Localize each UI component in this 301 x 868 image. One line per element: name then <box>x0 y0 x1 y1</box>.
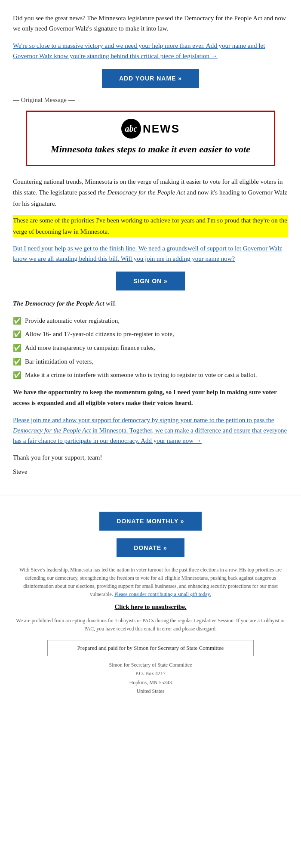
sign-on-button[interactable]: SIGN ON » <box>116 272 185 290</box>
address-line3: Hopkins, MN 55343 <box>13 678 288 687</box>
intro-link[interactable]: We're so close to a massive victory and … <box>13 40 288 61</box>
list-item-1-text: Provide automatic voter registration, <box>25 315 120 326</box>
abc-news-logo: abc NEWS <box>36 119 265 139</box>
add-name-button[interactable]: ADD YOUR NAME » <box>102 69 199 88</box>
signature-section: Thank you for your support, team! Steve <box>13 452 288 478</box>
address-line4: United States <box>13 687 288 695</box>
list-item-3-text: Add more transparency to campaign financ… <box>25 343 155 353</box>
body-para1-italic: the Democracy for the People Act <box>98 189 185 196</box>
news-word: NEWS <box>143 122 180 136</box>
list-item: ✅ Make it a crime to interfere with some… <box>13 370 288 381</box>
link3-italic: Democracy for the People Act <box>13 427 91 434</box>
donate-button[interactable]: DONATE » <box>117 538 184 557</box>
address-footer: Simon for Secretary of State Committee P… <box>13 661 288 696</box>
body-link3[interactable]: Please join me and show your support for… <box>13 415 288 446</box>
list-item: ✅ Provide automatic voter registration, <box>13 315 288 327</box>
address-line1: Simon for Secretary of State Committee <box>13 661 288 669</box>
list-item: ✅ Allow 16- and 17-year-old citizens to … <box>13 329 288 340</box>
check-icon-2: ✅ <box>13 329 22 340</box>
original-message-label: — Original Message — <box>13 96 288 104</box>
thanks-text: Thank you for your support, team! <box>13 452 288 463</box>
act-intro-italic: The Democracy for the People Act <box>13 300 104 307</box>
bold-paragraph: We have the opportunity to keep the mome… <box>13 387 288 409</box>
donate-monthly-button[interactable]: DONATE MONTHLY » <box>99 512 201 531</box>
footer-bio-link[interactable]: Please consider contributing a small gif… <box>114 591 211 597</box>
check-icon-3: ✅ <box>13 343 22 354</box>
footer-bio: With Steve's leadership, Minnesota has l… <box>13 566 288 599</box>
news-box: abc NEWS Minnesota takes steps to make i… <box>26 111 275 166</box>
list-items: ✅ Provide automatic voter registration, … <box>13 315 288 381</box>
check-icon-1: ✅ <box>13 315 22 327</box>
list-item-5-text: Make it a crime to interfere with someon… <box>25 370 257 380</box>
check-icon-4: ✅ <box>13 356 22 368</box>
act-intro-end: will <box>104 300 116 307</box>
check-icon-5: ✅ <box>13 370 22 381</box>
link3-start: Please join me and show your support for… <box>13 417 274 423</box>
list-item: ✅ Bar intimidation of voters, <box>13 356 288 368</box>
list-item: ✅ Add more transparency to campaign fina… <box>13 343 288 354</box>
highlight-text: These are some of the priorities I've be… <box>13 215 288 237</box>
list-item-4-text: Bar intimidation of voters, <box>25 356 93 367</box>
abc-circle: abc <box>121 119 141 139</box>
footer-section: DONATE MONTHLY » DONATE » With Steve's l… <box>0 495 301 704</box>
legal-text: We are prohibited from accepting donatio… <box>13 617 288 633</box>
body-para1: Countering national trends, Minnesota is… <box>13 176 288 210</box>
act-intro: The Democracy for the People Act will <box>13 298 288 309</box>
unsubscribe-link[interactable]: Click here to unsubscribe. <box>13 603 288 611</box>
signature-name: Steve <box>13 466 288 478</box>
paid-for-box: Prepared and paid for by Simon for Secre… <box>47 640 254 656</box>
list-item-2-text: Allow 16- and 17-year-old citizens to pr… <box>25 329 174 339</box>
news-headline: Minnesota takes steps to make it even ea… <box>36 143 265 156</box>
address-line2: P.O. Box 4217 <box>13 669 288 678</box>
intro-paragraph: Did you see the great news? The Minnesot… <box>13 13 288 34</box>
body-link2[interactable]: But I need your help as we get to the fi… <box>13 243 288 264</box>
paid-for-text: Prepared and paid for by Simon for Secre… <box>77 645 224 651</box>
